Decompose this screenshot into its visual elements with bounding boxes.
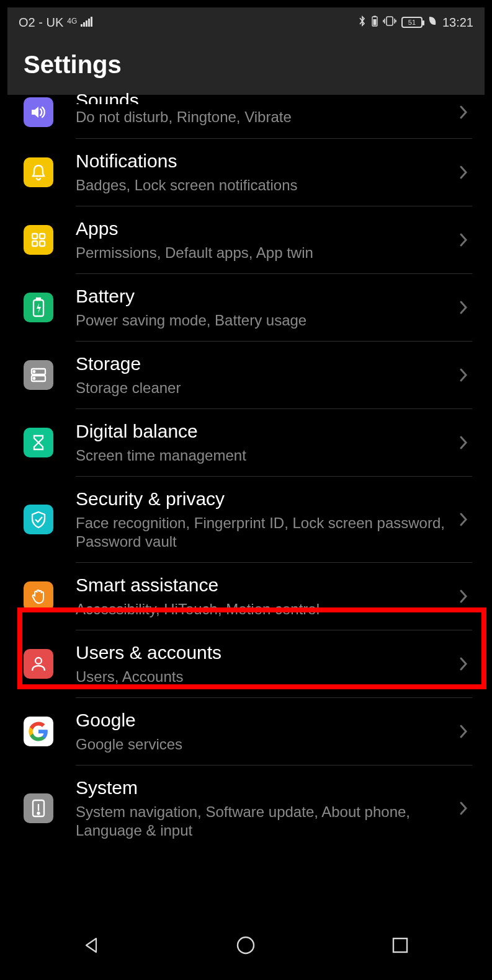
- item-subtitle: Google services: [76, 735, 449, 754]
- item-subtitle: System navigation, Software update, Abou…: [76, 803, 449, 840]
- svg-rect-3: [88, 19, 90, 27]
- item-subtitle: Face recognition, Fingerprint ID, Lock s…: [76, 514, 449, 551]
- settings-item-apps[interactable]: Apps Permissions, Default apps, App twin: [7, 206, 485, 273]
- settings-item-storage[interactable]: Storage Storage cleaner: [7, 342, 485, 408]
- svg-rect-1: [83, 22, 85, 27]
- svg-point-17: [34, 371, 35, 373]
- chevron-right-icon: [455, 164, 472, 180]
- home-button[interactable]: [233, 933, 258, 958]
- battery-icon: 51: [401, 17, 423, 28]
- settings-item-sounds[interactable]: Sounds Do not disturb, Ringtone, Vibrate: [7, 95, 485, 138]
- page-title: Settings: [24, 51, 468, 79]
- item-title: Battery: [76, 285, 449, 307]
- item-title: Security & privacy: [76, 488, 449, 510]
- chevron-right-icon: [455, 367, 472, 383]
- chevron-right-icon: [455, 299, 472, 316]
- sound-icon: [24, 97, 53, 127]
- item-title: Sounds: [76, 89, 449, 104]
- svg-point-18: [34, 377, 35, 379]
- item-subtitle: Accessibility, HiTouch, Motion control: [76, 600, 449, 619]
- apps-icon: [24, 225, 53, 255]
- item-subtitle: Power saving mode, Battery usage: [76, 311, 449, 330]
- chevron-right-icon: [455, 232, 472, 248]
- item-title: Apps: [76, 218, 449, 240]
- bluetooth-icon: [358, 15, 367, 30]
- item-title: System: [76, 777, 449, 799]
- settings-item-users[interactable]: Users & accounts Users, Accounts: [7, 630, 485, 697]
- vibrate-icon: [383, 15, 396, 30]
- svg-rect-7: [373, 19, 376, 25]
- clock-label: 13:21: [442, 15, 473, 30]
- item-subtitle: Users, Accounts: [76, 668, 449, 686]
- svg-rect-4: [91, 17, 92, 27]
- item-subtitle: Screen time management: [76, 446, 449, 465]
- svg-point-23: [238, 937, 254, 953]
- back-button[interactable]: [79, 933, 104, 958]
- google-icon: [24, 717, 53, 746]
- item-subtitle: Storage cleaner: [76, 379, 449, 397]
- item-title: Users & accounts: [76, 642, 449, 664]
- network-label: 4G: [67, 17, 77, 25]
- chevron-right-icon: [455, 588, 472, 604]
- signal-icon: [81, 15, 93, 30]
- svg-rect-0: [81, 24, 83, 27]
- recent-button[interactable]: [388, 933, 413, 958]
- svg-rect-2: [86, 20, 87, 27]
- user-icon: [24, 649, 53, 679]
- item-title: Digital balance: [76, 420, 449, 443]
- settings-item-system[interactable]: System System navigation, Software updat…: [7, 766, 485, 851]
- settings-item-smart-assistance[interactable]: Smart assistance Accessibility, HiTouch,…: [7, 563, 485, 630]
- item-subtitle: Badges, Lock screen notifications: [76, 176, 449, 195]
- svg-rect-24: [393, 938, 407, 952]
- chevron-right-icon: [455, 511, 472, 528]
- svg-rect-11: [32, 241, 37, 246]
- svg-point-22: [38, 813, 40, 814]
- settings-item-security[interactable]: Security & privacy Face recognition, Fin…: [7, 477, 485, 562]
- status-bar: O2 - UK 4G 51 13:: [7, 7, 485, 37]
- item-title: Notifications: [76, 150, 449, 172]
- svg-rect-9: [32, 234, 37, 239]
- settings-item-battery[interactable]: Battery Power saving mode, Battery usage: [7, 274, 485, 341]
- chevron-right-icon: [455, 435, 472, 451]
- bell-icon: [24, 157, 53, 187]
- chevron-right-icon: [455, 656, 472, 672]
- svg-rect-8: [387, 17, 393, 25]
- chevron-right-icon: [455, 104, 472, 120]
- hand-icon: [24, 581, 53, 611]
- svg-rect-12: [40, 241, 45, 246]
- settings-list: Sounds Do not disturb, Ringtone, Vibrate…: [7, 95, 485, 851]
- carrier-label: O2 - UK: [19, 15, 63, 30]
- settings-item-google[interactable]: Google Google services: [7, 698, 485, 765]
- nav-bar: [15, 925, 477, 965]
- bt-battery-icon: [372, 15, 378, 30]
- power-save-icon: [427, 15, 437, 30]
- header: Settings: [7, 37, 485, 95]
- chevron-right-icon: [455, 723, 472, 739]
- battery-icon: [24, 293, 53, 322]
- shield-icon: [24, 505, 53, 534]
- settings-item-notifications[interactable]: Notifications Badges, Lock screen notifi…: [7, 139, 485, 206]
- svg-rect-10: [40, 234, 45, 239]
- svg-point-19: [35, 658, 42, 664]
- storage-icon: [24, 360, 53, 390]
- item-subtitle: Permissions, Default apps, App twin: [76, 244, 449, 262]
- item-subtitle: Do not disturb, Ringtone, Vibrate: [76, 108, 449, 126]
- item-title: Storage: [76, 353, 449, 375]
- chevron-right-icon: [455, 800, 472, 816]
- item-title: Smart assistance: [76, 574, 449, 596]
- item-title: Google: [76, 709, 449, 731]
- svg-rect-14: [37, 298, 40, 300]
- settings-item-digital-balance[interactable]: Digital balance Screen time management: [7, 409, 485, 476]
- system-icon: [24, 793, 53, 823]
- svg-rect-6: [373, 15, 376, 17]
- hourglass-icon: [24, 428, 53, 457]
